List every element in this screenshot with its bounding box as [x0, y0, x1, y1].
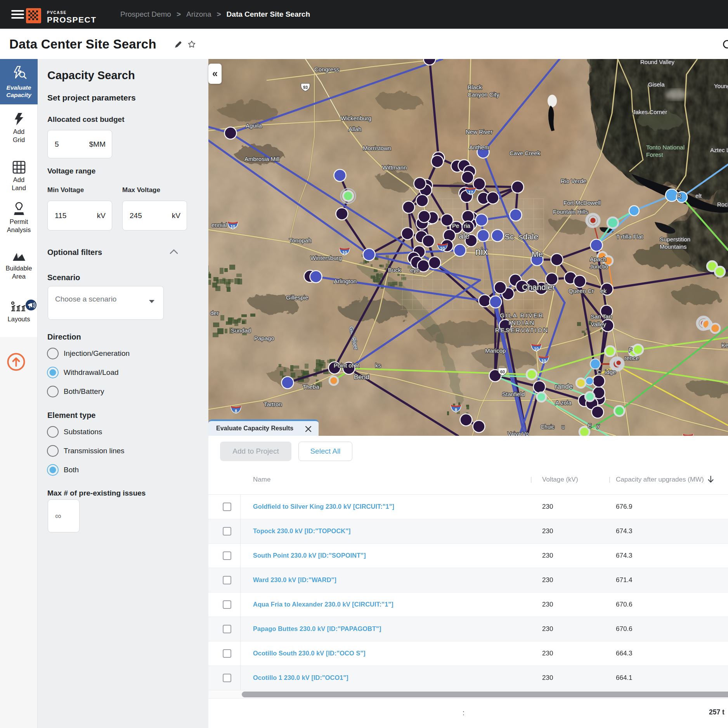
svg-text:Morristown: Morristown — [363, 145, 391, 151]
svg-text:Allah: Allah — [348, 126, 361, 132]
svg-text:Aguila: Aguila — [246, 122, 262, 129]
svg-text:Rio Verde: Rio Verde — [561, 178, 586, 184]
svg-text:y: y — [597, 423, 600, 429]
svg-text:Papago: Papago — [254, 335, 274, 341]
svg-text:8: 8 — [455, 407, 457, 412]
svg-text:New River: New River — [466, 128, 492, 135]
svg-text:60: 60 — [500, 369, 505, 374]
svg-text:zola: zola — [561, 399, 572, 406]
svg-text:Wittmann: Wittmann — [382, 164, 407, 171]
svg-text:sdale: sdale — [519, 232, 538, 241]
svg-text:Canyon City: Canyon City — [468, 91, 499, 98]
svg-text:Fountain Hills: Fountain Hills — [553, 208, 588, 215]
svg-text:10: 10 — [231, 224, 235, 229]
svg-text:Sc: Sc — [504, 232, 514, 241]
svg-text:nix: nix — [475, 246, 488, 257]
svg-text:Buck: Buck — [388, 267, 401, 273]
svg-text:10: 10 — [541, 359, 546, 363]
svg-text:Cave Creek: Cave Creek — [510, 150, 541, 156]
svg-text:ennial: ennial — [211, 222, 227, 228]
svg-text:ek: ek — [600, 288, 607, 294]
svg-text:Apach: Apach — [590, 256, 607, 262]
svg-text:10: 10 — [534, 347, 539, 351]
svg-text:Ambrosia Mill: Ambrosia Mill — [244, 156, 279, 162]
svg-text:rence: rence — [624, 355, 639, 361]
svg-text:rtilla Flat: rtilla Flat — [621, 233, 643, 240]
svg-text:Pe: Pe — [452, 222, 459, 229]
svg-text:E: E — [588, 423, 591, 429]
svg-text:Arlington: Arlington — [334, 278, 357, 284]
svg-text:Vaiva Vo: Vaiva Vo — [508, 431, 529, 436]
svg-text:Anthem: Anthem — [469, 144, 489, 151]
svg-text:Ke: Ke — [721, 342, 728, 348]
svg-text:Superstition: Superstition — [660, 236, 690, 243]
svg-text:Tonto National: Tonto National — [646, 144, 685, 151]
svg-text:R: R — [677, 192, 681, 199]
svg-text:Me: Me — [532, 250, 543, 258]
svg-text:F: F — [629, 347, 632, 353]
svg-text:Gillespie: Gillespie — [286, 294, 309, 301]
svg-text:Forest: Forest — [646, 151, 664, 158]
svg-text:Point of R: Point of R — [334, 362, 359, 369]
svg-text:GILA RIVER: GILA RIVER — [500, 312, 544, 319]
svg-text:ria: ria — [464, 222, 470, 229]
svg-text:Round Valley: Round Valley — [640, 59, 675, 65]
svg-text:Black: Black — [468, 84, 482, 90]
svg-text:elt: elt — [695, 192, 702, 199]
svg-text:Queen Cr: Queen Cr — [569, 288, 594, 294]
svg-text:Rock Hou: Rock Hou — [717, 201, 728, 208]
svg-text:Young: Young — [714, 83, 728, 89]
svg-text:Bend: Bend — [354, 373, 369, 381]
svg-text:Sundad: Sundad — [231, 327, 251, 334]
svg-text:Wickenburg: Wickenburg — [341, 115, 371, 121]
svg-text:Valley: Valley — [591, 321, 606, 328]
svg-text:Tonopah: Tonopah — [289, 237, 312, 244]
svg-text:Stanfield: Stanfield — [502, 391, 525, 397]
svg-text:INDIAN: INDIAN — [509, 319, 536, 326]
svg-text:Wintersburg: Wintersburg — [310, 255, 342, 261]
svg-text:Chuic: Chuic — [541, 424, 555, 430]
svg-text:10: 10 — [440, 246, 445, 251]
svg-text:Junctio: Junctio — [590, 263, 608, 270]
svg-text:eye: eye — [410, 267, 419, 273]
svg-text:Congress: Congress — [314, 66, 339, 73]
svg-text:Jakes Corner: Jakes Corner — [633, 109, 667, 115]
svg-text:Mountains: Mountains — [660, 243, 686, 250]
svg-text:T: T — [616, 233, 620, 240]
svg-text:San Tan: San Tan — [591, 313, 612, 320]
svg-text:Tartron: Tartron — [264, 401, 282, 407]
svg-text:rande: rande — [555, 383, 573, 390]
svg-text:ale: ale — [459, 231, 470, 240]
svg-text:Gisela: Gisela — [648, 81, 665, 88]
svg-text:Aztec Lodg: Aztec Lodg — [710, 147, 728, 153]
svg-text:93: 93 — [303, 85, 308, 90]
svg-text:ks: ks — [375, 362, 381, 369]
svg-text:17: 17 — [468, 190, 473, 195]
svg-text:C: C — [597, 369, 601, 375]
svg-text:idge: idge — [605, 369, 616, 375]
svg-text:der: der — [210, 310, 219, 316]
svg-text:RESERVATION: RESERVATION — [495, 327, 549, 333]
svg-text:Maricop: Maricop — [485, 347, 506, 354]
svg-text:Theba: Theba — [303, 383, 319, 390]
svg-text:8: 8 — [235, 409, 237, 413]
svg-text:Chandler: Chandler — [522, 283, 555, 291]
svg-text:A: A — [555, 399, 559, 406]
svg-text:10: 10 — [342, 250, 347, 255]
svg-text:Fort McDowell: Fort McDowell — [563, 199, 601, 206]
svg-text:u: u — [562, 424, 565, 430]
